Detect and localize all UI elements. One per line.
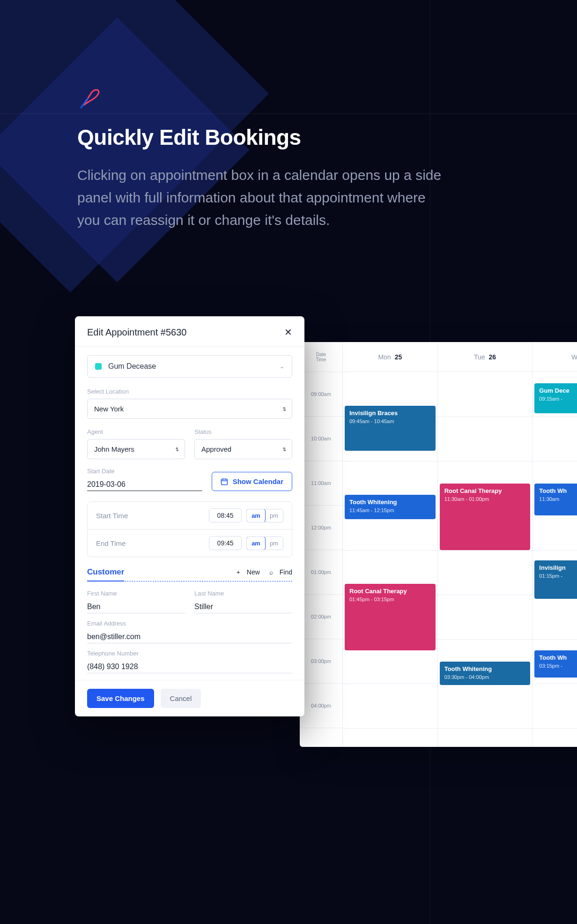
phone-input[interactable]: (848) 930 1928	[87, 661, 292, 673]
show-calendar-button[interactable]: Show Calendar	[212, 472, 292, 491]
search-icon: ⌕	[269, 568, 273, 576]
first-name-label: First Name	[87, 590, 185, 597]
calendar-day-column[interactable]: Gum Dece09:15am -Tooth Wh11:30amInvisili…	[533, 372, 577, 747]
service-selector[interactable]: Gum Decease ⌄	[87, 355, 292, 378]
calendar: Date Time Mon25Tue26Wed 09:00am10:00am11…	[300, 342, 577, 747]
calendar-event[interactable]: Invisilign Braces09:45am - 10:45am	[345, 406, 436, 451]
calendar-time-label: 03:00pm	[300, 639, 342, 684]
calendar-day-header[interactable]: Tue26	[438, 342, 533, 372]
last-name-input[interactable]: Stiller	[194, 601, 292, 613]
calendar-event[interactable]: Invisilign01:15pm -	[534, 560, 577, 599]
first-name-input[interactable]: Ben	[87, 601, 185, 613]
calendar-event[interactable]: Gum Dece09:15am -	[534, 383, 577, 413]
time-range-box: Start Time am pm End Time am pm	[87, 501, 292, 557]
start-date-label: Start Date	[87, 468, 202, 475]
chevron-down-icon: ⌄	[280, 363, 284, 370]
agent-select[interactable]: John Mayers	[87, 439, 185, 459]
last-name-label: Last Name	[194, 590, 292, 597]
pm-option[interactable]: pm	[265, 509, 283, 522]
phone-label: Telephone Number	[87, 650, 292, 657]
calendar-corner-label: Date Time	[300, 342, 343, 372]
hero-subtitle: Clicking on appointment box in a calenda…	[77, 164, 452, 231]
calendar-time-label: 01:00pm	[300, 550, 342, 595]
service-color-dot	[95, 363, 102, 370]
end-time-label: End Time	[96, 539, 204, 547]
calendar-header: Date Time Mon25Tue26Wed	[300, 342, 577, 372]
end-time-ampm-toggle[interactable]: am pm	[246, 537, 283, 550]
customer-new-button[interactable]: + New	[237, 568, 260, 576]
end-time-input[interactable]	[209, 536, 242, 550]
feather-icon	[77, 84, 452, 111]
start-time-label: Start Time	[96, 512, 204, 520]
am-option[interactable]: am	[246, 537, 266, 550]
email-input[interactable]: ben@stiller.com	[87, 631, 292, 643]
start-time-input[interactable]	[209, 508, 242, 522]
calendar-time-label: 04:00pm	[300, 684, 342, 728]
am-option[interactable]: am	[246, 509, 266, 522]
status-label: Status	[194, 428, 292, 435]
start-date-input[interactable]	[87, 478, 202, 491]
service-name: Gum Decease	[108, 362, 156, 371]
pm-option[interactable]: pm	[265, 537, 283, 550]
calendar-event[interactable]: Tooth Wh11:30am	[534, 484, 577, 515]
location-label: Select Location	[87, 388, 292, 395]
panel-title: Edit Appointment #5630	[87, 327, 186, 338]
calendar-time-label: 10:00am	[300, 417, 342, 461]
customer-find-button[interactable]: ⌕ Find	[269, 568, 292, 576]
calendar-event[interactable]: Tooth Whitening11:45am - 12:15pm	[345, 495, 436, 519]
plus-icon: +	[237, 568, 240, 576]
calendar-day-column[interactable]: Invisilign Braces09:45am - 10:45amTooth …	[343, 372, 438, 747]
calendar-icon	[221, 478, 228, 485]
calendar-day-column[interactable]: Root Canal Therapy11:30am - 01:00pmTooth…	[438, 372, 533, 747]
agent-label: Agent	[87, 428, 185, 435]
status-select[interactable]: Approved	[194, 439, 292, 459]
cancel-button[interactable]: Cancel	[161, 689, 201, 708]
start-time-ampm-toggle[interactable]: am pm	[246, 509, 283, 522]
edit-appointment-panel: Edit Appointment #5630 ✕ Gum Decease ⌄ S…	[75, 316, 304, 716]
calendar-time-label: 11:00am	[300, 461, 342, 506]
calendar-event[interactable]: Tooth Whitening03:30pm - 04:00pm	[440, 662, 531, 685]
location-select[interactable]: New York	[87, 399, 292, 419]
calendar-time-label: 12:00pm	[300, 506, 342, 550]
hero-title: Quickly Edit Bookings	[77, 125, 452, 150]
calendar-event[interactable]: Root Canal Therapy11:30am - 01:00pm	[440, 484, 531, 550]
calendar-day-header[interactable]: Wed	[533, 342, 577, 372]
calendar-time-label: 02:00pm	[300, 595, 342, 639]
email-label: Email Address	[87, 620, 292, 627]
calendar-time-label: 09:00am	[300, 372, 342, 417]
customer-section-title: Customer	[87, 567, 124, 581]
calendar-event[interactable]: Tooth Wh03:15pm -	[534, 650, 577, 678]
svg-rect-0	[221, 479, 227, 484]
close-icon[interactable]: ✕	[284, 327, 292, 338]
save-button[interactable]: Save Changes	[87, 689, 154, 708]
calendar-day-header[interactable]: Mon25	[343, 342, 438, 372]
calendar-event[interactable]: Root Canal Therapy01:45pm - 03:15pm	[345, 584, 436, 650]
hero-section: Quickly Edit Bookings Clicking on appoin…	[77, 84, 452, 231]
